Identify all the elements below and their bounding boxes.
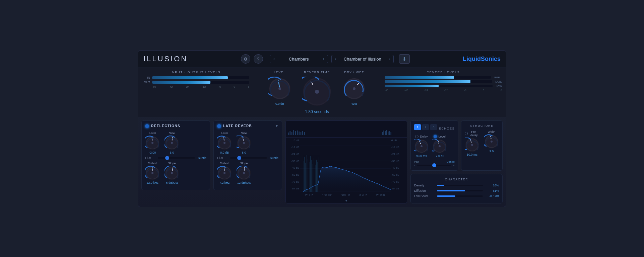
top-section: INPUT / OUTPUT LEVELS IN OUT -60 -42 -24… <box>138 68 506 117</box>
reflections-level-item: Level -2 <box>145 132 160 154</box>
svg-rect-44 <box>289 131 291 135</box>
rv-scale-neg42: -42 <box>404 89 408 91</box>
scale-6: 6 <box>248 85 249 88</box>
late-slope-knob[interactable] <box>237 166 251 180</box>
brand-plain: Liquid <box>463 56 481 62</box>
late-reverb-title: LATE REVERB <box>223 124 252 128</box>
diffusion-bar-bg <box>437 190 483 191</box>
rv-scale-6: 6 <box>501 89 502 91</box>
freq-20khz: 20 kHz <box>376 193 385 197</box>
reflections-flux-label: Flux <box>145 156 155 160</box>
structure-title: STRUCTURE <box>465 124 499 127</box>
reflections-power-btn[interactable] <box>145 124 149 128</box>
download-button[interactable]: ⬇ <box>399 54 410 64</box>
input-meter-label: IN <box>142 76 150 79</box>
echoes-level-knob[interactable] <box>432 139 447 154</box>
svg-point-90 <box>439 145 441 147</box>
svg-rect-74 <box>310 156 311 191</box>
panels-row: REFLECTIONS Level <box>141 120 282 190</box>
svg-rect-57 <box>388 132 389 135</box>
output-meter-row: OUT <box>142 81 249 84</box>
dry-wet-knob[interactable] <box>342 77 366 101</box>
width-knob[interactable] <box>484 134 499 149</box>
late-reverb-power-btn[interactable] <box>217 124 221 128</box>
diffusion-row: Diffusion 61% <box>414 189 499 192</box>
late-rolloff-knob[interactable] <box>217 166 232 180</box>
db-36-right: -36 dB <box>391 160 399 163</box>
late-size-item: Size 8.0 <box>237 132 251 154</box>
reflections-flux-slider[interactable] <box>158 157 195 159</box>
lowboost-bar-bg <box>437 195 483 197</box>
diffusion-label: Diffusion <box>414 189 434 192</box>
level-knob[interactable] <box>268 77 292 101</box>
scale-neg24: -24 <box>185 85 189 88</box>
structure-knob-row: Pre-delay <box>465 130 499 156</box>
db-48-right: -48 dB <box>391 166 399 169</box>
predelay-knob[interactable] <box>465 138 479 152</box>
echo-tab-1[interactable]: 1 <box>414 124 421 130</box>
width-item: Width 9. <box>484 130 499 156</box>
db-12-left: -12 dB <box>291 146 299 149</box>
late-level-knob[interactable] <box>217 136 232 150</box>
input-meter-bg <box>152 76 249 79</box>
pan-thumb <box>432 163 436 167</box>
late-reverb-dropdown[interactable]: ▼ <box>275 124 278 128</box>
down-arrow[interactable]: ▼ <box>286 198 407 203</box>
echoes-pan-row: Pan Centre L R <box>414 160 455 167</box>
brand: LiquidSonics <box>463 56 501 63</box>
io-meter-scale: -60 -42 -24 -12 -6 0 6 <box>142 85 249 88</box>
reflections-flux-mode: Subtle <box>198 156 206 160</box>
late-size-knob[interactable] <box>237 136 251 150</box>
echoes-level-value: -7.0 dB <box>435 154 444 158</box>
svg-rect-48 <box>297 131 298 135</box>
late-flux-slider[interactable] <box>230 157 267 159</box>
late-level-item: Level 0. <box>217 132 232 154</box>
reverb-time-value: 1.80 seconds <box>305 109 329 114</box>
echo-tab-2[interactable]: 2 <box>422 124 429 130</box>
predelay-power[interactable] <box>465 132 468 135</box>
main-content: REFLECTIONS Level <box>138 117 506 207</box>
help-button[interactable]: ? <box>254 54 263 64</box>
refl-meter-fill <box>385 76 454 79</box>
reverb-time-title: REVERB TIME <box>304 71 330 74</box>
pan-slider[interactable] <box>417 165 451 166</box>
reflections-rolloff-knob[interactable] <box>145 166 160 180</box>
category-next-arrow[interactable]: › <box>322 56 326 62</box>
reflections-size-knob[interactable] <box>165 136 179 150</box>
reverb-time-knob[interactable] <box>302 77 332 107</box>
svg-rect-49 <box>299 132 300 135</box>
density-row: Density 16% <box>414 184 499 187</box>
echoes-delay-knob[interactable] <box>414 139 429 154</box>
width-value: 9.0 <box>490 150 494 153</box>
echo-tab-3[interactable]: 3 <box>430 124 437 130</box>
echoes-level-power[interactable] <box>434 135 437 138</box>
svg-point-34 <box>243 142 245 144</box>
lowboost-row: Low Boost -8.0 dB <box>414 194 499 198</box>
reflections-level-knob[interactable] <box>145 136 160 150</box>
preset-category-label: Chambers <box>279 56 319 62</box>
late-flux-row: Flux Subtle <box>217 156 278 160</box>
preset-next-arrow[interactable]: › <box>387 56 391 62</box>
reflections-flux-row: Flux Subtle <box>145 156 206 160</box>
character-title: CHARACTER <box>414 178 499 181</box>
dry-wet-title: DRY / WET <box>344 71 364 74</box>
reflections-slope-knob[interactable] <box>165 166 179 180</box>
density-label: Density <box>414 184 434 187</box>
late-meter-bg <box>385 80 492 83</box>
echoes-delay-power[interactable] <box>415 135 418 138</box>
refl-meter-row: REFL. <box>385 76 502 79</box>
svg-rect-51 <box>302 131 303 135</box>
lowboost-value: -8.0 dB <box>486 194 499 198</box>
structure-panel: STRUCTURE Pre-delay <box>461 120 503 171</box>
late-size-value: 8.0 <box>242 151 246 154</box>
late-level-value: 0.0 dB <box>220 151 229 154</box>
db-48-left: -48 dB <box>291 166 299 169</box>
category-prev-arrow[interactable]: ‹ <box>272 56 276 62</box>
preset-prev-arrow[interactable]: ‹ <box>334 56 338 62</box>
dry-wet-value: Wet <box>351 102 357 105</box>
predelay-value: 10.0 ms <box>467 153 477 156</box>
svg-point-38 <box>223 172 226 174</box>
level-knob-value: 0.0 dB <box>275 102 284 105</box>
settings-button[interactable]: ⚙ <box>241 54 250 64</box>
pan-label: Pan <box>414 160 419 163</box>
